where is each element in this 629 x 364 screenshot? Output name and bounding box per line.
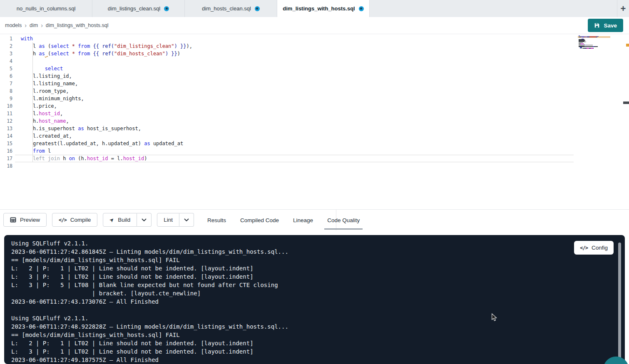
code-editor[interactable]: 1with2 l as (select * from {{ ref("dim_l… <box>0 34 629 209</box>
config-button[interactable]: </> Config <box>574 241 614 255</box>
code-line-7: 7 l.listing_name, <box>0 80 629 87</box>
terminal-line: L: 3 | P: 1 | LT02 | Line should not be … <box>11 272 625 281</box>
line-number: 2 <box>0 42 12 50</box>
result-tab-bar: Results Compiled Code Lineage Code Quali… <box>207 210 360 230</box>
line-number: 10 <box>0 102 12 110</box>
tab-compiled-code[interactable]: Compiled Code <box>240 210 279 230</box>
build-dropdown-button[interactable] <box>137 213 152 227</box>
config-button-label: Config <box>592 245 608 251</box>
code-line-9: 9 l.minimum_nights, <box>0 95 629 102</box>
lint-dropdown-button[interactable] <box>179 213 194 227</box>
unsaved-changes-dot-icon <box>359 6 364 11</box>
chevron-down-icon <box>184 218 189 222</box>
terminal-line: Using SQLFluff v2.1.1. <box>11 239 625 248</box>
code-text: l.price, <box>12 102 57 110</box>
line-number: 15 <box>0 140 12 147</box>
breadcrumb: models › dim › dim_listings_with_hosts.s… <box>5 22 109 29</box>
tab-code-quality[interactable]: Code Quality <box>327 210 360 230</box>
code-line-15: 15 greatest(l.updated_at, h.updated_at) … <box>0 140 629 147</box>
editor-scrollbar-mark[interactable] <box>623 102 629 104</box>
unsaved-changes-dot-icon <box>164 6 169 11</box>
build-button-label: Build <box>118 217 130 223</box>
code-text: l.listing_id, <box>12 72 72 80</box>
code-brackets-icon: </> <box>580 245 588 251</box>
compile-button[interactable]: </> Compile <box>52 213 97 227</box>
line-number: 4 <box>0 57 12 65</box>
build-arrow-icon: ➤ <box>108 216 115 223</box>
current-line-border <box>15 155 574 155</box>
tab-dim_hosts_clean-sql[interactable]: dim_hosts_clean.sql <box>185 0 277 17</box>
code-text: l.created_at, <box>12 132 72 140</box>
terminal-line: L: 2 | P: 1 | LT02 | Line should not be … <box>11 264 625 272</box>
overview-ruler-warning-mark <box>626 44 629 47</box>
tab-bar-spacer <box>370 0 617 17</box>
code-line-10: 10 l.price, <box>0 102 629 110</box>
code-brackets-icon: </> <box>59 217 67 223</box>
tab-no_nulls_in_columns-sql[interactable]: no_nulls_in_columns.sql <box>0 0 92 17</box>
lint-split-button: Lint <box>157 213 194 227</box>
lint-button-label: Lint <box>164 217 173 223</box>
code-line-17: 17 left join h on (h.host_id = l.host_id… <box>0 155 629 162</box>
terminal-line: L: 3 | P: 1 | LT02 | Line should not be … <box>11 347 625 356</box>
terminal-line: Using SQLFluff v2.1.1. <box>11 314 625 322</box>
breadcrumb-dim[interactable]: dim <box>30 22 38 28</box>
terminal-line: 2023-06-06T11:27:49.187575Z — All Finish… <box>11 356 625 364</box>
save-button-label: Save <box>604 22 617 29</box>
breadcrumb-models[interactable]: models <box>5 22 22 28</box>
new-tab-button[interactable]: + <box>617 0 629 17</box>
code-text <box>12 162 21 170</box>
chevron-right-icon: › <box>25 22 27 29</box>
table-grid-icon <box>10 217 16 223</box>
code-line-6: 6 l.listing_id, <box>0 72 629 80</box>
terminal-line: 2023-06-06T11:27:48.922828Z — Linting mo… <box>11 322 625 331</box>
current-line-border <box>15 162 574 162</box>
code-lines: 1with2 l as (select * from {{ ref("dim_l… <box>0 35 629 170</box>
terminal-output[interactable]: Using SQLFluff v2.1.1.2023-06-06T11:27:4… <box>4 235 625 364</box>
tab-lineage[interactable]: Lineage <box>293 210 313 230</box>
line-number: 8 <box>0 87 12 95</box>
terminal-line: | bracket. [layout.cte_newline] <box>11 289 625 297</box>
minimap[interactable] <box>579 35 609 50</box>
terminal-scrollbar[interactable] <box>618 243 621 362</box>
breadcrumb-file[interactable]: dim_listings_with_hosts.sql <box>46 22 109 28</box>
code-line-8: 8 l.room_type, <box>0 87 629 95</box>
preview-button[interactable]: Preview <box>3 213 47 227</box>
line-number: 12 <box>0 117 12 125</box>
minimap-line <box>579 49 609 50</box>
floppy-disk-icon <box>594 22 600 28</box>
lint-button[interactable]: Lint <box>157 213 179 227</box>
build-split-button: ➤ Build <box>103 213 152 227</box>
code-text <box>12 57 21 65</box>
save-button[interactable]: Save <box>588 19 623 32</box>
line-number: 7 <box>0 80 12 87</box>
code-line-14: 14 l.created_at, <box>0 132 629 140</box>
compile-button-label: Compile <box>70 217 91 223</box>
code-text: h as (select * from {{ ref("dim_hosts_cl… <box>12 50 180 57</box>
tab-label: dim_hosts_clean.sql <box>202 5 251 12</box>
terminal-line: == [models/dim/dim_listings_with_hosts.s… <box>11 331 625 339</box>
tab-dim_listings_with_hosts-sql[interactable]: dim_listings_with_hosts.sql <box>277 0 370 17</box>
tab-label: dim_listings_clean.sql <box>108 5 160 12</box>
build-button[interactable]: ➤ Build <box>103 213 137 227</box>
code-text: select <box>12 65 63 72</box>
line-number: 11 <box>0 110 12 117</box>
tab-results[interactable]: Results <box>207 210 226 230</box>
breadcrumb-row: models › dim › dim_listings_with_hosts.s… <box>0 17 629 34</box>
terminal-line: L: 3 | P: 5 | LT08 | Blank line expected… <box>11 281 625 289</box>
code-text: l.listing_name, <box>12 80 78 87</box>
code-text: h.host_name, <box>12 117 69 125</box>
terminal-line <box>11 306 625 314</box>
terminal-line: L: 2 | P: 1 | LT02 | Line should not be … <box>11 339 625 347</box>
code-line-4: 4 <box>0 57 629 65</box>
plus-icon: + <box>621 3 626 14</box>
code-text: l.room_type, <box>12 87 69 95</box>
tab-dim_listings_clean-sql[interactable]: dim_listings_clean.sql <box>92 0 185 17</box>
code-line-2: 2 l as (select * from {{ ref("dim_listin… <box>0 42 629 50</box>
code-text: with <box>12 35 33 42</box>
code-text: l.host_id, <box>12 110 63 117</box>
chevron-right-icon: › <box>41 22 43 29</box>
code-text: from l <box>12 147 51 155</box>
indent-guide <box>32 42 33 162</box>
code-line-1: 1with <box>0 35 629 42</box>
code-line-3: 3 h as (select * from {{ ref("dim_hosts_… <box>0 50 629 57</box>
